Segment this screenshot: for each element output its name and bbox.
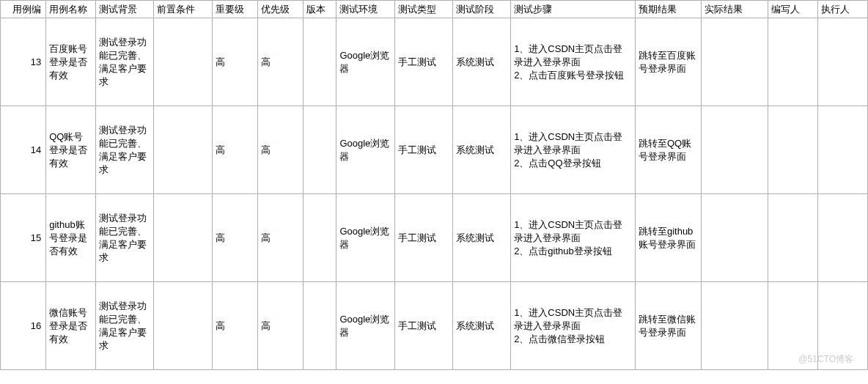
header-steps: 测试步骤 [511,1,636,18]
header-type: 测试类型 [394,1,452,18]
cell-pri[interactable]: 高 [257,18,303,106]
cell-id[interactable]: 13 [1,18,46,106]
cell-expect[interactable]: 跳转至微信账号登录界面 [635,282,702,370]
cell-lvl[interactable]: 高 [212,282,257,370]
cell-pre[interactable] [154,106,212,194]
cell-env[interactable]: Google浏览器 [336,106,394,194]
header-id: 用例编 [1,1,46,18]
cell-id[interactable]: 14 [1,106,46,194]
cell-id[interactable]: 16 [1,282,46,370]
table-row: 14QQ账号登录是否有效测试登录功能已完善、满足客户要求高高Google浏览器手… [1,106,868,194]
cell-type[interactable]: 手工测试 [394,18,452,106]
cell-lvl[interactable]: 高 [212,106,257,194]
header-pre: 前置条件 [154,1,212,18]
cell-steps[interactable]: 1、进入CSDN主页点击登录进入登录界面 2、点击微信登录按钮 [511,282,636,370]
cell-actual[interactable] [702,282,768,370]
cell-pre[interactable] [154,18,212,106]
testcase-table: 用例编 用例名称 测试背景 前置条件 重要级 优先级 版本 测试环境 测试类型 … [0,0,868,370]
header-name: 用例名称 [46,1,96,18]
cell-ver[interactable] [304,18,336,106]
cell-type[interactable]: 手工测试 [394,282,452,370]
cell-author[interactable] [768,106,818,194]
cell-lvl[interactable]: 高 [212,194,257,282]
cell-bg[interactable]: 测试登录功能已完善、满足客户要求 [96,18,154,106]
cell-exec[interactable] [817,282,867,370]
cell-env[interactable]: Google浏览器 [336,282,394,370]
cell-env[interactable]: Google浏览器 [336,194,394,282]
cell-steps[interactable]: 1、进入CSDN主页点击登录进入登录界面 2、点击QQ登录按钮 [511,106,636,194]
cell-pre[interactable] [154,194,212,282]
cell-author[interactable] [768,18,818,106]
cell-pri[interactable]: 高 [257,194,303,282]
cell-pri[interactable]: 高 [257,282,303,370]
cell-steps[interactable]: 1、进入CSDN主页点击登录进入登录界面 2、点击github登录按钮 [511,194,636,282]
cell-actual[interactable] [702,106,768,194]
header-env: 测试环境 [336,1,394,18]
cell-name[interactable]: 百度账号登录是否有效 [46,18,96,106]
cell-bg[interactable]: 测试登录功能已完善、满足客户要求 [96,106,154,194]
cell-bg[interactable]: 测试登录功能已完善、满足客户要求 [96,194,154,282]
cell-bg[interactable]: 测试登录功能已完善、满足客户要求 [96,282,154,370]
cell-name[interactable]: 微信账号登录是否有效 [46,282,96,370]
table-row: 13百度账号登录是否有效测试登录功能已完善、满足客户要求高高Google浏览器手… [1,18,868,106]
header-expect: 预期结果 [635,1,702,18]
cell-expect[interactable]: 跳转至QQ账号登录界面 [635,106,702,194]
header-phase: 测试阶段 [452,1,510,18]
table-row: 16微信账号登录是否有效测试登录功能已完善、满足客户要求高高Google浏览器手… [1,282,868,370]
cell-type[interactable]: 手工测试 [394,106,452,194]
header-ver: 版本 [304,1,336,18]
cell-lvl[interactable]: 高 [212,18,257,106]
cell-type[interactable]: 手工测试 [394,194,452,282]
cell-phase[interactable]: 系统测试 [452,194,510,282]
cell-env[interactable]: Google浏览器 [336,18,394,106]
cell-expect[interactable]: 跳转至百度账号登录界面 [635,18,702,106]
cell-name[interactable]: QQ账号登录是否有效 [46,106,96,194]
cell-ver[interactable] [304,282,336,370]
cell-actual[interactable] [702,18,768,106]
header-actual: 实际结果 [702,1,768,18]
cell-pre[interactable] [154,282,212,370]
table-row: 15github账号登录是否有效测试登录功能已完善、满足客户要求高高Google… [1,194,868,282]
cell-pri[interactable]: 高 [257,106,303,194]
cell-phase[interactable]: 系统测试 [452,282,510,370]
header-row: 用例编 用例名称 测试背景 前置条件 重要级 优先级 版本 测试环境 测试类型 … [1,1,868,18]
cell-phase[interactable]: 系统测试 [452,106,510,194]
header-exec: 执行人 [817,1,867,18]
cell-author[interactable] [768,282,818,370]
cell-phase[interactable]: 系统测试 [452,18,510,106]
header-pri: 优先级 [257,1,303,18]
header-author: 编写人 [768,1,818,18]
cell-author[interactable] [768,194,818,282]
header-lvl: 重要级 [212,1,257,18]
cell-name[interactable]: github账号登录是否有效 [46,194,96,282]
cell-id[interactable]: 15 [1,194,46,282]
cell-steps[interactable]: 1、进入CSDN主页点击登录进入登录界面 2、点击百度账号登录按钮 [511,18,636,106]
cell-exec[interactable] [817,106,867,194]
cell-exec[interactable] [817,18,867,106]
header-bg: 测试背景 [96,1,154,18]
cell-exec[interactable] [817,194,867,282]
cell-ver[interactable] [304,194,336,282]
cell-ver[interactable] [304,106,336,194]
cell-expect[interactable]: 跳转至github账号登录界面 [635,194,702,282]
cell-actual[interactable] [702,194,768,282]
